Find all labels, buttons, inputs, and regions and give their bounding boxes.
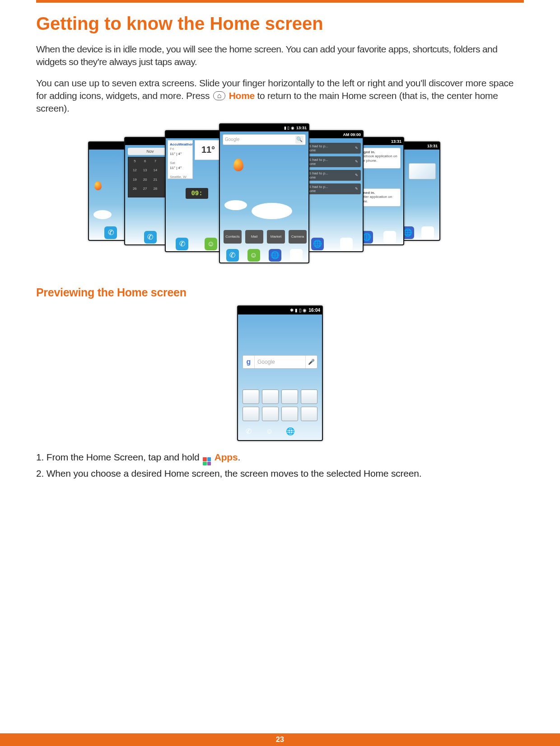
page-number: 23	[276, 736, 284, 744]
browser-icon: 🌐	[269, 249, 281, 262]
phone-icon: ✆	[104, 226, 117, 239]
home-thumb	[243, 407, 259, 421]
section-subtitle: Previewing the Home screen	[36, 286, 524, 299]
messages-icon: ☺	[205, 238, 217, 250]
page-title: Getting to know the Home screen	[36, 14, 524, 34]
dock: 🌐	[301, 235, 363, 252]
home-thumb	[281, 389, 298, 404]
status-bar: ▮ ▯ ◉ 13:31	[220, 124, 308, 131]
status-bar: AM 09:00	[301, 131, 363, 138]
top-rule	[36, 0, 524, 3]
notification-row: MS had to p...phone✎	[303, 183, 361, 194]
phone-icon: ✆	[242, 425, 255, 438]
apps-icon	[383, 231, 396, 244]
home-thumb	[301, 407, 317, 421]
search-placeholder: Google	[255, 359, 305, 365]
widget-placeholder	[409, 163, 436, 179]
home-thumb	[281, 407, 298, 421]
google-search-bar: g Google 🎤	[243, 355, 317, 369]
status-time: 13:31	[427, 144, 438, 148]
mail-app-icon: Mail	[245, 230, 263, 244]
status-bar: ✱ ▮ ▯ ◉ 16:04	[238, 306, 322, 314]
home-label: Home	[229, 90, 255, 101]
weather-widget: AccuWeather Fri 11° | 4° Sat 11° | 4° Se…	[168, 140, 193, 179]
browser-icon: 🌐	[311, 238, 324, 250]
dock: ✆ ☺ 🌐	[220, 246, 308, 263]
phone-icon: ✆	[226, 249, 239, 262]
home-thumb	[301, 389, 317, 404]
status-icons: ▮ ▯ ◉	[284, 126, 294, 130]
search-placeholder: Google	[225, 137, 239, 142]
contacts-app-icon: Contacts	[224, 230, 242, 244]
market-app-icon: Market	[267, 230, 285, 244]
home-thumb	[262, 389, 279, 404]
temperature: 11°	[195, 140, 222, 160]
home-screens-fan: ✆ Nov 567 121314 192021 262728 ✆	[88, 123, 472, 268]
fan-screen-5: AM 09:00 MS had to p...phone✎ MS had to …	[300, 130, 364, 252]
page-footer: 23	[0, 733, 560, 746]
apps-label: Apps	[215, 452, 238, 462]
step-2: 2. When you choose a desired Home screen…	[36, 468, 524, 479]
phone-icon: ✆	[176, 238, 188, 250]
messages-icon: ☺	[247, 249, 260, 262]
status-icons: ✱ ▮ ▯ ◉	[290, 308, 307, 313]
notification-row: MS had to p...phone✎	[303, 170, 361, 181]
messages-icon: ☺	[263, 425, 276, 438]
status-time: AM 09:00	[343, 132, 361, 137]
browser-icon: 🌐	[284, 425, 297, 438]
apps-icon	[290, 249, 303, 262]
status-time: 13:31	[296, 126, 307, 130]
status-bar	[166, 131, 227, 138]
google-g-icon: g	[243, 356, 255, 368]
apps-icon	[340, 238, 353, 250]
intro-paragraph-1: When the device is in idle mode, you wil…	[36, 43, 524, 69]
search-icon: 🔍	[295, 136, 303, 144]
digital-clock: 09:	[186, 188, 208, 199]
home-thumb	[243, 389, 259, 404]
dock: ✆ ☺ 🌐	[238, 423, 322, 440]
fan-screen-3: AccuWeather Fri 11° | 4° Sat 11° | 4° Se…	[165, 130, 228, 252]
status-time: 13:31	[391, 139, 401, 144]
dock: ✆ ☺	[166, 235, 227, 252]
camera-app-icon: Camera	[289, 230, 307, 244]
preview-phone: ✱ ▮ ▯ ◉ 16:04 g Google 🎤	[237, 305, 323, 441]
step-1: 1. From the Home Screen, tap and hold Ap…	[36, 452, 524, 466]
fan-screen-center: ▮ ▯ ◉ 13:31 Google 🔍 Contacts Mail Marke…	[219, 123, 309, 263]
home-button-icon: ⌂	[213, 91, 225, 100]
notification-row: MS had to p...phone✎	[303, 143, 361, 154]
intro-paragraph-2: You can use up to seven extra screens. S…	[36, 77, 524, 115]
mic-icon: 🎤	[305, 356, 317, 368]
home-screen-thumbnails	[243, 389, 317, 421]
preview-screenshot: ✱ ▮ ▯ ◉ 16:04 g Google 🎤	[36, 305, 524, 441]
notification-row: MS had to p...phone✎	[303, 156, 361, 167]
apps-icon-inline	[203, 457, 211, 465]
apps-icon	[305, 425, 318, 438]
phone-icon: ✆	[144, 231, 157, 244]
google-search-bar: Google 🔍	[223, 134, 306, 145]
page-content: Getting to know the Home screen When the…	[36, 14, 524, 482]
status-time: 16:04	[308, 308, 320, 313]
apps-icon	[421, 226, 434, 239]
home-thumb	[262, 407, 279, 421]
